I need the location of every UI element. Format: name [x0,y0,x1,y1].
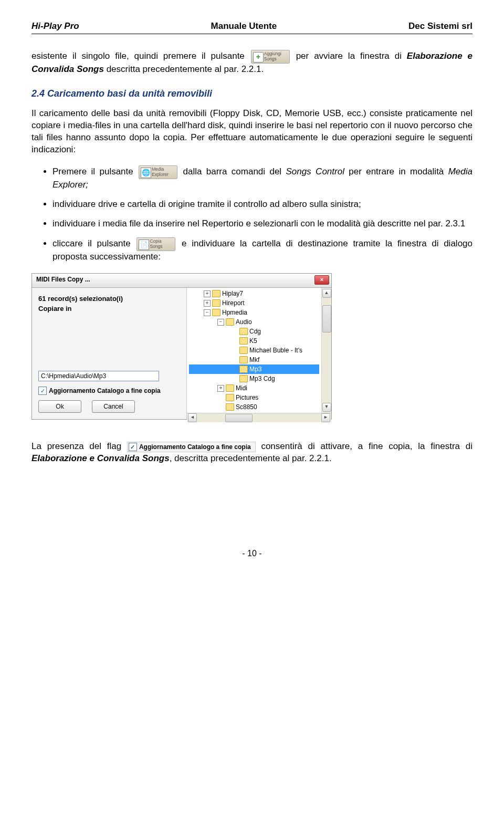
dialog-body: 61 record(s) selezionato(i)Copiare in C:… [32,288,331,419]
folder-icon [212,309,220,316]
horizontal-scrollbar[interactable]: ◄ ► [187,413,331,422]
tree-item[interactable]: K5 [189,336,319,346]
scroll-right-icon[interactable]: ► [321,413,330,422]
p3b-text: consentirà di attivare, a fine copia, la… [256,441,472,451]
media-explorer-button[interactable]: MediaExplorer [139,165,177,179]
tree-item[interactable]: Sc8850 [189,402,319,412]
tree-item-label: Cdg [249,328,261,335]
li1a-text: Premere il pulsante [52,166,138,176]
folder-icon [239,337,248,345]
aggiungi-songs-button[interactable]: AggiungiSongs [251,50,290,64]
tree-item[interactable]: Pictures [189,393,319,402]
tree-item-label: Hireport [222,299,245,307]
inline-chk-label: Aggiornamento Catalogo a fine copia [139,443,251,451]
p3c-text: Elaborazione e Convalida Songs [32,453,170,463]
expand-toggle-icon[interactable]: + [204,290,211,297]
hscroll-thumb[interactable] [225,414,253,422]
header-right: Dec Sistemi srl [408,21,472,32]
selection-summary: 61 record(s) selezionato(i)Copiare in [38,294,180,313]
tree-item-label: Michael Buble - It's [249,347,302,354]
tree-item-label: Audio [236,318,252,326]
plus-icon [253,52,264,62]
bullet-3: individuare i media file da inserire nel… [52,218,472,230]
page-number: - 10 - [32,549,472,558]
media-explorer-label: MediaExplorer [152,166,169,177]
expand-toggle-icon[interactable]: + [217,385,224,392]
tree-item-label: K5 [249,337,257,345]
tree-item[interactable]: +Midi [189,383,319,393]
aggiungi-label: AggiungiSongs [264,51,281,61]
folder-icon [226,403,234,411]
catalog-update-row: ✓ Aggiornamento Catalogo a fine copia [38,387,180,395]
folder-icon [239,366,248,373]
p1d-text: descritta precedentemente al par. 2.2.1. [104,64,264,74]
folder-icon [239,328,248,335]
header-divider [32,34,472,34]
section-heading: 2.4 Caricamento basi da unità removibili [32,88,472,99]
ok-button[interactable]: Ok [38,400,81,413]
tree-item[interactable]: Mp3 Cdg [189,374,319,383]
folder-icon [239,375,248,382]
folder-icon [239,356,248,363]
bullet-2: individuare drive e cartella di origine … [52,199,472,211]
dialog-button-row: Ok Cancel [38,400,180,413]
copy-icon [139,239,149,250]
scroll-thumb[interactable] [322,305,331,332]
header-left: Hi-Play Pro [32,21,79,32]
copia-songs-button[interactable]: CopiaSongs [136,237,175,251]
folder-icon [212,299,220,307]
inline-catalog-checkbox[interactable]: ✓ Aggiornamento Catalogo a fine copia [127,442,256,452]
tree-item-label: Pictures [236,394,258,401]
tree-item-label: Hpmedia [222,309,247,316]
dialog-left-pane: 61 record(s) selezionato(i)Copiare in C:… [32,288,186,419]
tree-item[interactable]: Mkf [189,355,319,364]
tree-item[interactable]: Cdg [189,327,319,336]
li1d-text: per entrare in modalità [344,166,448,176]
path-input[interactable]: C:\Hpmedia\Audio\Mp3 [38,371,159,381]
tree-item[interactable]: +Hiplay7 [189,289,319,298]
scroll-left-icon[interactable]: ◄ [188,413,197,422]
tree-item[interactable]: Michael Buble - It's [189,346,319,355]
p3a-text: La presenza del flag [32,441,127,451]
catalog-update-checkbox[interactable]: ✓ [38,387,47,395]
header-center: Manuale Utente [211,21,277,32]
tree-item[interactable]: −Audio [189,317,319,327]
dialog-right-pane: +Hiplay7+Hireport−Hpmedia−AudioCdgK5Mich… [186,288,331,419]
expand-toggle-icon[interactable]: − [217,319,224,326]
p1b-text: per avviare la finestra di [291,51,407,61]
scroll-down-icon[interactable]: ▼ [322,403,331,412]
page-header: Hi-Play Pro Manuale Utente Dec Sistemi s… [32,21,472,32]
close-icon[interactable]: × [314,275,329,285]
li1c-text: Songs Control [286,166,344,176]
tree-item-label: Mp3 Cdg [249,375,275,382]
folder-icon [226,394,234,401]
catalog-update-label: Aggiornamento Catalogo a fine copia [49,387,161,394]
vertical-scrollbar[interactable]: ▲ ▼ [321,288,331,413]
folder-icon [226,384,234,392]
tree-item[interactable]: +Hireport [189,298,319,308]
folder-icon [226,318,234,326]
expand-toggle-icon[interactable]: − [204,309,211,316]
folder-icon [212,290,220,297]
tree-item-label: Midi [236,384,247,392]
folder-icon [239,347,248,354]
tree-item[interactable]: −Hpmedia [189,308,319,317]
globe-icon [141,168,151,178]
tree-item[interactable]: Mp3 [189,364,319,374]
cancel-button[interactable]: Cancel [92,400,135,413]
paragraph-2: Il caricamento delle basi da unità remov… [32,108,472,156]
tree-item-label: Mp3 [249,366,261,373]
p3d-text: , descritta precedentemente al par. 2.2.… [170,453,332,463]
bullet-list: Premere il pulsante MediaExplorer dalla … [32,165,472,263]
dialog-title-text: MIDI Files Copy ... [36,276,90,283]
folder-tree[interactable]: +Hiplay7+Hireport−Hpmedia−AudioCdgK5Mich… [187,288,321,413]
paragraph-1: esistente il singolo file, quindi premer… [32,50,472,76]
li1b-text: dalla barra comandi del [178,166,286,176]
expand-toggle-icon[interactable]: + [204,300,211,307]
copia-songs-label: CopiaSongs [150,238,162,249]
scroll-up-icon[interactable]: ▲ [322,289,331,298]
li4a-text: cliccare il pulsante [52,238,135,248]
tree-item-label: Hiplay7 [222,290,243,297]
checkbox-icon: ✓ [129,443,137,451]
dialog-titlebar: MIDI Files Copy ... × [32,274,331,288]
